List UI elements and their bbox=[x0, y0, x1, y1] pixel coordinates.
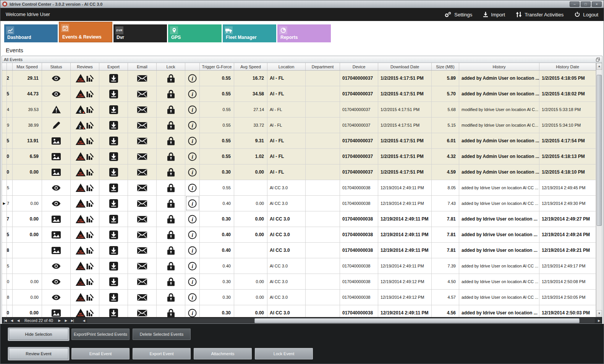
cell-lock[interactable] bbox=[157, 133, 185, 148]
scroll-left-icon[interactable]: ◀ bbox=[81, 319, 87, 322]
cell-email[interactable] bbox=[128, 149, 157, 164]
cell-email[interactable] bbox=[128, 258, 157, 274]
cell-status[interactable] bbox=[42, 133, 71, 148]
event-row[interactable]: 513.91NOSCOREi0.559.31Al - FL01704000003… bbox=[2, 133, 596, 149]
vertical-scroll-thumb[interactable] bbox=[597, 75, 602, 226]
cell-export[interactable] bbox=[99, 243, 128, 258]
horizontal-scrollbar[interactable]: ◀ ▶ bbox=[81, 317, 602, 324]
pager-last-button[interactable]: ▶| bbox=[69, 319, 76, 322]
cell-lock[interactable] bbox=[157, 305, 185, 317]
scroll-up-icon[interactable]: ▲ bbox=[596, 63, 602, 70]
cell-reviews[interactable]: NOSCORE bbox=[71, 180, 99, 195]
pager-next-button[interactable]: ▶ bbox=[56, 319, 63, 322]
cell-export[interactable] bbox=[99, 305, 128, 317]
cell-status[interactable] bbox=[42, 274, 71, 289]
horizontal-scroll-thumb[interactable] bbox=[254, 318, 580, 323]
cell-email[interactable] bbox=[128, 211, 157, 227]
cell-lock[interactable] bbox=[157, 290, 185, 305]
minimize-button[interactable]: – bbox=[570, 2, 580, 7]
column-header-history[interactable]: History bbox=[459, 63, 539, 70]
vertical-scroll-track[interactable] bbox=[596, 70, 602, 310]
vertical-scrollbar[interactable]: ▲ ▼ bbox=[596, 63, 602, 317]
cell-export[interactable] bbox=[99, 86, 128, 101]
cell-info[interactable]: i bbox=[185, 133, 200, 148]
cell-email[interactable] bbox=[128, 274, 157, 289]
cell-email[interactable] bbox=[128, 290, 157, 305]
cell-reviews[interactable]: NOSCORE bbox=[71, 149, 99, 164]
cell-email[interactable] bbox=[128, 164, 157, 180]
cell-lock[interactable] bbox=[157, 196, 185, 211]
cell-info[interactable]: i bbox=[185, 180, 200, 195]
cell-email[interactable] bbox=[128, 196, 157, 211]
cell-info[interactable]: i bbox=[185, 86, 200, 101]
close-button[interactable]: × bbox=[592, 2, 602, 7]
transfer-activities-button[interactable]: Transfer Activities bbox=[516, 11, 564, 18]
cell-lock[interactable] bbox=[157, 180, 185, 195]
cell-info[interactable]: i bbox=[185, 290, 200, 305]
event-row[interactable]: 229.11NOSCOREi0.5516.72Al - FL0170400000… bbox=[2, 71, 596, 86]
cell-status[interactable] bbox=[42, 71, 71, 86]
cell-export[interactable] bbox=[99, 290, 128, 305]
cell-reviews[interactable]: 2 bbox=[71, 118, 99, 133]
cell-status[interactable] bbox=[42, 180, 71, 195]
cell-info[interactable]: i bbox=[185, 258, 200, 274]
cell-email[interactable] bbox=[128, 243, 157, 258]
cell-reviews[interactable]: NOSCORE bbox=[71, 133, 99, 148]
event-row[interactable]: 50.00NOSCOREi0.400.00Al CC 3.00170400000… bbox=[2, 227, 596, 243]
cell-status[interactable] bbox=[42, 164, 71, 180]
cell-lock[interactable] bbox=[157, 86, 185, 101]
cell-reviews[interactable]: NOSCORE bbox=[71, 290, 99, 305]
cell-lock[interactable] bbox=[157, 243, 185, 258]
pager-next-page-button[interactable]: ▶ bbox=[63, 319, 69, 322]
cell-info[interactable]: i bbox=[185, 164, 200, 180]
cell-email[interactable] bbox=[128, 118, 157, 133]
cell-info[interactable]: i bbox=[185, 118, 200, 133]
attachments-button[interactable]: Attachments bbox=[194, 348, 252, 359]
event-row[interactable]: ▶70.00NOSCOREi0.400.00Al CC 3.0017040000… bbox=[2, 196, 596, 211]
event-row[interactable]: 938.992i0.5533.72Al - FL0170400000371/2/… bbox=[2, 118, 596, 133]
cell-reviews[interactable]: NOSCORE bbox=[71, 274, 99, 289]
column-header-status[interactable]: Status bbox=[42, 63, 71, 70]
cell-email[interactable] bbox=[128, 102, 157, 117]
cell-reviews[interactable]: NOSCORE bbox=[71, 211, 99, 227]
column-header-location[interactable]: Location bbox=[267, 63, 306, 70]
column-header-size-mb-[interactable]: Size (MB) bbox=[432, 63, 459, 70]
cell-export[interactable] bbox=[99, 71, 128, 86]
cell-export[interactable] bbox=[99, 102, 128, 117]
cell-info[interactable]: i bbox=[185, 149, 200, 164]
tab-reports[interactable]: Reports bbox=[277, 24, 331, 42]
column-header-reviews[interactable]: Reviews bbox=[71, 63, 99, 70]
cell-export[interactable] bbox=[99, 164, 128, 180]
cell-info[interactable]: i bbox=[185, 274, 200, 289]
cell-lock[interactable] bbox=[157, 211, 185, 227]
column-header-department[interactable]: Department bbox=[306, 63, 340, 70]
horizontal-scroll-track[interactable] bbox=[87, 318, 595, 323]
review-event-button[interactable]: Review Event bbox=[9, 348, 68, 359]
cell-lock[interactable] bbox=[157, 227, 185, 242]
cell-lock[interactable] bbox=[157, 102, 185, 117]
event-row[interactable]: 8NOSCOREi0.40Al CC 3.001704000003812/19/… bbox=[2, 243, 596, 258]
event-row[interactable]: 80.00NOSCOREi0.300.00Al CC 3.00170400000… bbox=[2, 290, 596, 305]
cell-status[interactable] bbox=[42, 305, 71, 317]
scroll-right-icon[interactable]: ▶ bbox=[596, 319, 602, 322]
tab-dashboard[interactable]: Dashboard bbox=[4, 24, 58, 42]
panel-restore-icon[interactable] bbox=[596, 57, 600, 62]
tab-fleet-manager[interactable]: Fleet Manager bbox=[223, 24, 276, 42]
pager-prev-page-button[interactable]: ◀ bbox=[8, 319, 15, 322]
export-print-selected-events-button[interactable]: Export/Print Selected Events bbox=[71, 329, 130, 340]
cell-info[interactable]: i bbox=[185, 102, 200, 117]
event-row[interactable]: 5NOSCOREi0.40Al CC 3.001704000003812/19/… bbox=[2, 258, 596, 274]
cell-export[interactable] bbox=[99, 133, 128, 148]
pager-first-button[interactable]: |◀ bbox=[2, 319, 8, 322]
pager-prev-button[interactable]: ◀ bbox=[15, 319, 21, 322]
cell-status[interactable] bbox=[42, 258, 71, 274]
column-header-history-date[interactable]: History Date bbox=[539, 63, 596, 70]
cell-reviews[interactable]: NOSCORE bbox=[71, 258, 99, 274]
cell-info[interactable]: i bbox=[185, 243, 200, 258]
cell-email[interactable] bbox=[128, 305, 157, 317]
event-row[interactable]: 00.00NOSCOREi0.300.00Al CC 3.00170400000… bbox=[2, 274, 596, 290]
scroll-down-icon[interactable]: ▼ bbox=[596, 310, 602, 317]
tab-dvr[interactable]: DVRDvr bbox=[113, 24, 167, 42]
hide-selection-button[interactable]: Hide Selection bbox=[9, 329, 68, 340]
cell-reviews[interactable]: NOSCORE bbox=[71, 227, 99, 242]
